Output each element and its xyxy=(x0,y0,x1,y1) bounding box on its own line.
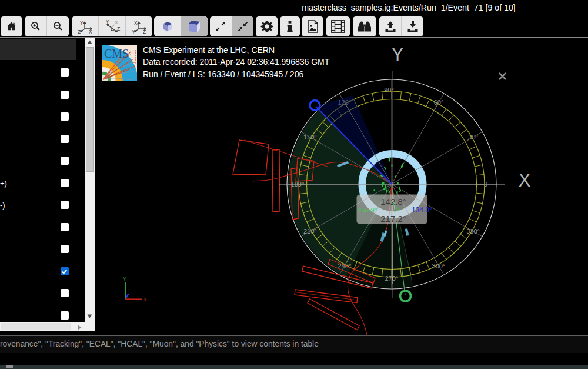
svg-text:X: X xyxy=(89,28,92,34)
svg-text:90°: 90° xyxy=(384,87,394,94)
svg-text:Data recorded: 2011-Apr-24 02:: Data recorded: 2011-Apr-24 02:36:41.9968… xyxy=(143,57,330,67)
svg-text:255.9°: 255.9° xyxy=(358,207,377,214)
svg-text:Y: Y xyxy=(80,20,83,26)
svg-text:Y: Y xyxy=(132,28,135,34)
svg-text:Z: Z xyxy=(78,28,81,34)
svg-text:Z: Z xyxy=(125,292,129,300)
svg-text:Z: Z xyxy=(143,28,146,34)
svg-text:Y: Y xyxy=(106,19,109,25)
svg-text:217.2°: 217.2° xyxy=(380,214,406,224)
svg-text:X: X xyxy=(519,170,531,191)
svg-text:CMS: CMS xyxy=(104,47,129,60)
svg-text:X: X xyxy=(115,19,118,25)
svg-text:134.0°: 134.0° xyxy=(412,206,432,214)
svg-text:Z: Z xyxy=(117,26,120,32)
svg-text:Run / Event / LS: 163340 / 104: Run / Event / LS: 163340 / 104345945 / 2… xyxy=(143,69,303,79)
svg-text:X: X xyxy=(143,297,147,302)
svg-text:Y: Y xyxy=(123,276,126,282)
svg-text:CMS Experiment at the LHC, CER: CMS Experiment at the LHC, CERN xyxy=(143,45,275,55)
svg-text:Y: Y xyxy=(392,44,404,65)
svg-text:X: X xyxy=(134,20,138,26)
